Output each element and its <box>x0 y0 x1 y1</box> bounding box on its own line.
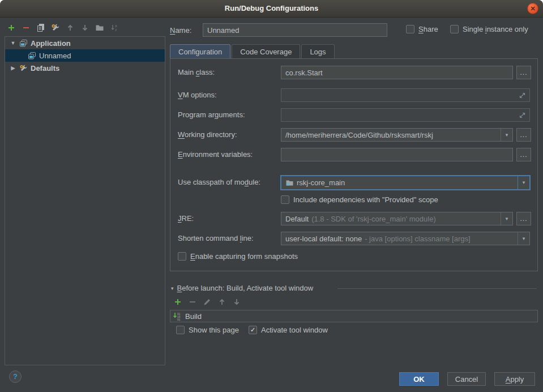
chevron-expanded-icon[interactable]: ▼ <box>10 40 16 46</box>
arrow-up-icon <box>217 297 226 306</box>
copy-configuration-button[interactable] <box>36 23 45 32</box>
include-provided-checkbox[interactable]: Include dependencies with "Provided" sco… <box>281 195 438 204</box>
application-icon <box>19 39 28 48</box>
titlebar[interactable]: Run/Debug Configurations ✕ <box>0 0 543 18</box>
jre-label: JRE: <box>178 214 194 223</box>
main-class-input[interactable] <box>281 66 513 79</box>
move-down-button[interactable] <box>80 23 89 32</box>
window-title: Run/Debug Configurations <box>0 0 543 17</box>
tab-code-coverage[interactable]: Code Coverage <box>232 44 300 58</box>
checkbox-unchecked-icon <box>450 25 459 33</box>
enable-capturing-checkbox[interactable]: Enable capturing form snapshots <box>178 252 298 261</box>
jre-value: Default <box>285 215 309 223</box>
main-class-browse-button[interactable]: ... <box>516 66 531 79</box>
wrench-icon <box>19 64 28 73</box>
build-icon: 011001 <box>173 312 182 321</box>
main-class-label: Main class: <box>178 68 215 76</box>
use-classpath-combobox[interactable]: rskj-core_main ▼ <box>280 175 531 190</box>
activate-tool-window-label: Activate tool window <box>261 326 328 334</box>
working-directory-combobox[interactable]: /home/meriherrera/Code/Github/rsksmart/r… <box>281 128 513 142</box>
cancel-button[interactable]: Cancel <box>447 372 486 386</box>
tree-item-unnamed[interactable]: Unnamed <box>5 49 165 62</box>
before-launch-task-build[interactable]: 011001 Build <box>170 310 538 322</box>
chevron-collapsed-icon[interactable]: ▶ <box>10 65 16 71</box>
dropdown-arrow-icon[interactable]: ▼ <box>501 212 512 225</box>
single-instance-checkbox[interactable]: Single instance only <box>450 25 528 33</box>
jre-hint: (1.8 - SDK of 'rskj-core_main' module) <box>311 215 436 223</box>
module-icon <box>285 178 294 187</box>
dropdown-arrow-icon[interactable]: ▼ <box>501 129 512 141</box>
help-icon: ? <box>13 372 18 381</box>
add-configuration-button[interactable] <box>7 23 16 32</box>
svg-text:z: z <box>115 28 117 32</box>
task-label: Build <box>185 312 202 321</box>
name-input[interactable] <box>203 23 387 37</box>
sort-az-icon: az <box>110 23 119 32</box>
program-arguments-label: Program arguments: <box>178 110 245 119</box>
add-icon <box>7 23 16 32</box>
apply-button[interactable]: Apply <box>494 372 535 386</box>
vm-options-label: VM options: <box>178 91 217 99</box>
before-launch-header[interactable]: ▾ Before launch: Build, Activate tool wi… <box>171 284 313 292</box>
checkbox-unchecked-icon <box>406 25 414 33</box>
section-collapse-icon[interactable]: ▾ <box>171 286 174 291</box>
wrench-icon <box>51 23 60 32</box>
create-folder-button[interactable] <box>95 23 104 32</box>
single-instance-label: Single instance only <box>463 25 528 33</box>
use-classpath-label: Use classpath of module: <box>178 178 260 186</box>
working-directory-browse-button[interactable]: ... <box>516 128 531 142</box>
help-button[interactable]: ? <box>9 370 22 383</box>
activate-tool-window-checkbox[interactable]: ✓ Activate tool window <box>249 326 328 334</box>
arrow-up-icon <box>66 23 75 32</box>
ok-button[interactable]: OK <box>399 372 439 386</box>
svg-text:01: 01 <box>177 318 181 321</box>
tree-item-defaults[interactable]: ▶ Defaults <box>5 62 165 74</box>
remove-task-button[interactable] <box>188 297 197 306</box>
close-button[interactable]: ✕ <box>527 3 538 14</box>
folder-icon <box>95 23 104 32</box>
tab-configuration[interactable]: Configuration <box>170 44 230 58</box>
expand-field-icon[interactable] <box>518 91 527 100</box>
edit-task-button[interactable] <box>203 297 212 306</box>
checkbox-unchecked-icon <box>178 252 186 261</box>
edit-defaults-button[interactable] <box>51 23 60 32</box>
shorten-command-line-value: user-local default: none <box>285 235 362 243</box>
arrow-down-icon <box>232 297 241 306</box>
move-task-up-button[interactable] <box>217 297 226 306</box>
run-debug-configurations-dialog: Run/Debug Configurations ✕ az <box>0 0 543 392</box>
share-checkbox[interactable]: Share <box>406 25 438 33</box>
remove-icon <box>22 23 31 32</box>
working-directory-value: /home/meriherrera/Code/Github/rsksmart/r… <box>285 131 433 139</box>
enable-capturing-label: Enable capturing form snapshots <box>190 252 298 261</box>
program-arguments-input[interactable] <box>281 108 530 122</box>
jre-browse-button[interactable]: ... <box>516 212 531 225</box>
expand-field-icon[interactable] <box>518 111 527 120</box>
tab-logs[interactable]: Logs <box>301 44 334 58</box>
checkbox-unchecked-icon <box>176 326 185 334</box>
dropdown-arrow-icon[interactable]: ▼ <box>518 176 529 189</box>
environment-variables-browse-button[interactable]: ... <box>516 148 531 161</box>
pencil-icon <box>203 297 212 306</box>
move-up-button[interactable] <box>66 23 75 32</box>
show-this-page-label: Show this page <box>189 326 239 334</box>
move-task-down-button[interactable] <box>232 297 241 306</box>
sort-configurations-button[interactable]: az <box>110 23 119 32</box>
show-this-page-checkbox[interactable]: Show this page <box>176 326 239 334</box>
jre-combobox[interactable]: Default (1.8 - SDK of 'rskj-core_main' m… <box>281 212 513 225</box>
remove-configuration-button[interactable] <box>22 23 31 32</box>
tree-item-application[interactable]: ▼ Application <box>5 37 165 49</box>
use-classpath-value: rskj-core_main <box>297 178 345 187</box>
before-launch-toolbar <box>173 297 241 306</box>
configurations-tree: ▼ Application Unnamed ▶ Defaults <box>5 36 165 365</box>
environment-variables-input[interactable] <box>281 148 513 161</box>
share-label: Share <box>418 25 438 33</box>
copy-icon <box>36 23 45 32</box>
vm-options-input[interactable] <box>281 88 530 102</box>
add-task-button[interactable] <box>173 297 182 306</box>
shorten-command-line-combobox[interactable]: user-local default: none - java [options… <box>281 232 530 245</box>
dropdown-arrow-icon[interactable]: ▼ <box>518 232 529 245</box>
add-icon <box>173 297 182 306</box>
environment-variables-label: Environment variables: <box>178 150 253 159</box>
working-directory-label: Working directory: <box>178 130 237 139</box>
tree-item-label: Unnamed <box>39 52 71 60</box>
